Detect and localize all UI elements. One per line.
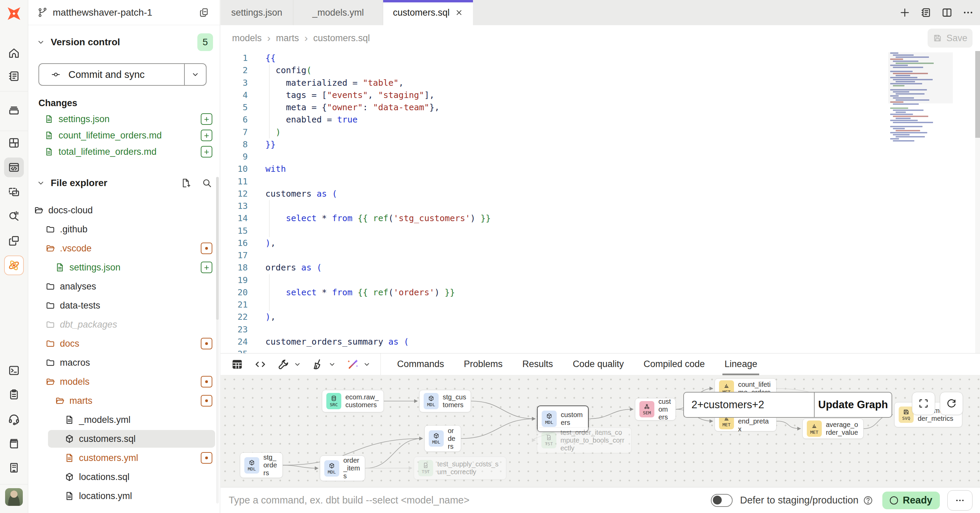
defer-toggle[interactable] — [711, 494, 733, 507]
breadcrumb-item[interactable]: marts — [276, 33, 299, 44]
commit-and-sync-button[interactable]: Commit and sync — [38, 63, 207, 86]
tree-item--vscode[interactable]: .vscode — [28, 239, 220, 258]
lineage-node-order_items[interactable]: MDLorder_items — [320, 456, 365, 481]
lineage-node-orders[interactable]: MDLorders — [424, 425, 461, 452]
panel-tab-Compiled-code[interactable]: Compiled code — [643, 353, 705, 375]
branch-name[interactable]: matthewshaver-patch-1 — [53, 7, 199, 18]
search-icon[interactable] — [202, 178, 212, 189]
tree-item--github[interactable]: .github — [28, 220, 220, 239]
modified-badge[interactable] — [201, 338, 212, 349]
minimap[interactable] — [890, 52, 951, 147]
status-badge[interactable]: Ready — [882, 492, 940, 509]
rail-item-docs[interactable] — [4, 434, 24, 453]
file-outline-icon[interactable] — [920, 7, 932, 18]
new-tab-icon[interactable] — [899, 7, 911, 18]
copy-branch-icon[interactable] — [199, 7, 210, 18]
lineage-node-raw_customers[interactable]: SRCecom.raw_customers — [322, 390, 384, 412]
modified-badge[interactable] — [201, 395, 212, 407]
rail-item-jobs[interactable] — [4, 100, 24, 120]
tree-item-docs-cloud[interactable]: docs-cloud — [28, 201, 220, 220]
tab--models-yml[interactable]: _models.yml — [293, 0, 383, 25]
update-graph-button[interactable]: Update Graph — [814, 392, 891, 417]
lineage-node-customers_sem[interactable]: SEMcustomers — [635, 398, 676, 421]
stage-file-badge[interactable]: + — [201, 262, 212, 273]
tree-item-customers-sql[interactable]: customers.sql — [28, 429, 220, 448]
rail-item-notebook[interactable] — [4, 66, 24, 86]
rail-item-ide[interactable] — [4, 157, 24, 177]
tree-item-marts[interactable]: marts — [28, 391, 220, 410]
tree-item-analyses[interactable]: analyses — [28, 277, 220, 296]
rail-item-canvas[interactable] — [4, 182, 24, 202]
lineage-selector-input[interactable]: 2+customers+2 — [684, 392, 814, 417]
minimap-viewport[interactable] — [888, 52, 953, 103]
tree-item-locations-sql[interactable]: locations.sql — [28, 467, 220, 486]
compile-button[interactable] — [254, 358, 267, 371]
dbt-logo-icon[interactable] — [5, 4, 24, 23]
tree-item-dbt-packages[interactable]: dbt_packages — [28, 315, 220, 334]
modified-badge[interactable] — [201, 452, 212, 464]
code-editor[interactable]: 1{{2 config(3 materialized = "table",4 t… — [221, 51, 980, 353]
rail-item-tasks[interactable] — [4, 385, 24, 405]
panel-tab-Commands[interactable]: Commands — [397, 353, 444, 375]
rail-item-apps[interactable] — [4, 231, 24, 251]
lineage-canvas[interactable]: SRCecom.raw_customersMDLstg_customersMDL… — [221, 375, 980, 487]
help-icon[interactable] — [862, 495, 873, 506]
modified-badge[interactable] — [201, 376, 212, 388]
tree-item-data-tests[interactable]: data-tests — [28, 296, 220, 315]
copilot-button[interactable] — [347, 358, 371, 371]
tree-item--models-yml[interactable]: _models.yml — [28, 410, 220, 429]
refresh-graph-button[interactable] — [940, 392, 963, 415]
preview-table-button[interactable] — [231, 358, 243, 371]
rail-item-dashboards[interactable] — [4, 133, 24, 153]
tree-item-macros[interactable]: macros — [28, 353, 220, 372]
chevron-down-icon[interactable] — [328, 360, 336, 368]
sidebar-scrollbar[interactable] — [216, 177, 219, 503]
panel-tab-Results[interactable]: Results — [522, 353, 553, 375]
lineage-node-avg_order_value[interactable]: METaverage_order_value — [802, 418, 864, 439]
more-options-icon[interactable] — [962, 7, 974, 18]
tab-settings-json[interactable]: settings.json — [221, 0, 293, 25]
tree-item-customers-yml[interactable]: customers.yml — [28, 448, 220, 467]
build-button[interactable] — [277, 358, 301, 371]
panel-tab-Code-quality[interactable]: Code quality — [573, 353, 624, 375]
tree-item-locations-yml[interactable]: locations.yml — [28, 486, 220, 505]
changed-file-row[interactable]: total_lifetime_orders.md+ — [28, 144, 220, 160]
lineage-node-stg_orders[interactable]: MDLstg_orders — [240, 453, 283, 478]
stage-file-badge[interactable]: + — [201, 130, 212, 141]
rail-item-copilot[interactable] — [4, 256, 24, 275]
rail-item-home[interactable] — [4, 43, 24, 63]
file-explorer-header[interactable]: File explorer — [28, 173, 220, 192]
tree-item-models[interactable]: models — [28, 372, 220, 391]
commit-options-button[interactable] — [184, 64, 206, 85]
lineage-node-tst_order_items[interactable]: TSTtest_order_items_compute_to_bools_cor… — [537, 427, 632, 453]
status-more-button[interactable] — [947, 490, 972, 511]
modified-badge[interactable] — [201, 243, 212, 254]
rail-item-organization[interactable] — [4, 458, 24, 478]
stage-file-badge[interactable]: + — [201, 113, 212, 125]
command-input[interactable]: Type a command, ex. dbt build --select <… — [229, 495, 711, 506]
breadcrumb-item[interactable]: models — [232, 33, 262, 44]
fullscreen-button[interactable] — [912, 392, 935, 415]
tree-item-docs[interactable]: docs — [28, 334, 220, 353]
changed-file-row[interactable]: settings.json+ — [28, 111, 220, 127]
panel-tab-Problems[interactable]: Problems — [464, 353, 503, 375]
lineage-node-tst_supply[interactable]: TSTtest_supply_costs_sum_correctly — [414, 457, 506, 480]
lineage-node-stg_customers[interactable]: MDLstg_customers — [419, 390, 471, 412]
chevron-down-icon[interactable] — [363, 360, 371, 368]
tree-item-settings-json[interactable]: settings.json+ — [28, 258, 220, 277]
lint-button[interactable] — [312, 358, 336, 371]
split-editor-icon[interactable] — [941, 7, 953, 18]
tab-customers-sql[interactable]: customers.sql — [383, 0, 473, 25]
new-file-icon[interactable] — [180, 178, 191, 189]
user-avatar[interactable] — [5, 488, 23, 506]
close-icon[interactable] — [455, 8, 463, 17]
stage-file-badge[interactable]: + — [201, 146, 212, 157]
rail-item-support[interactable] — [4, 409, 24, 429]
rail-item-catalog[interactable] — [4, 206, 24, 226]
chevron-down-icon[interactable] — [293, 360, 301, 368]
breadcrumb-item[interactable]: customers.sql — [313, 33, 370, 44]
version-control-header[interactable]: Version control 5 — [28, 33, 220, 52]
save-button[interactable]: Save — [928, 29, 972, 48]
rail-item-terminal[interactable] — [4, 361, 24, 380]
editor-scrollbar[interactable] — [975, 51, 980, 353]
